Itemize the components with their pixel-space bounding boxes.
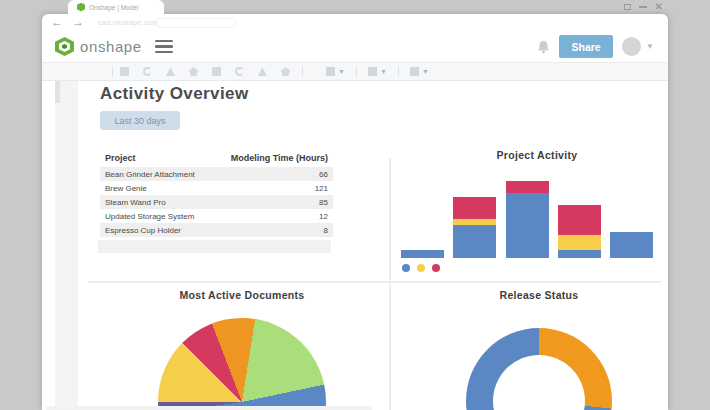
- hamburger-bar: [155, 40, 173, 43]
- bar-segment-blue: [558, 250, 601, 258]
- chevron-down-icon: ▼: [338, 68, 345, 75]
- bar: [401, 250, 444, 258]
- maximize-icon[interactable]: [624, 4, 631, 10]
- tab-title: Onshape | Model: [89, 4, 138, 11]
- toolbar-divider: [302, 66, 303, 77]
- toolbar-dropdown[interactable]: ▼: [406, 67, 433, 76]
- search-field[interactable]: [155, 18, 237, 28]
- chevron-down-icon[interactable]: ▼: [646, 42, 654, 51]
- bar-segment-red: [453, 197, 496, 219]
- table-header-row: Project Modeling Time (Hours): [100, 150, 333, 167]
- bar: [453, 197, 496, 258]
- share-button[interactable]: Share: [559, 35, 613, 58]
- table-row: Espresso Cup Holder8: [100, 223, 333, 237]
- chevron-down-icon: ▼: [380, 68, 387, 75]
- legend-dot-red: [432, 264, 440, 272]
- hamburger-bar: [155, 51, 173, 54]
- tool-icon: [410, 67, 419, 76]
- project-cell: Brew Genie: [100, 181, 217, 195]
- quadrant-vertical-divider: [389, 158, 391, 410]
- triangle-tool-icon[interactable]: [258, 67, 267, 76]
- bar-segment-red: [506, 181, 549, 193]
- bar: [506, 181, 549, 258]
- pentagon-tool-icon[interactable]: [281, 67, 290, 76]
- arc-tool-icon[interactable]: [235, 67, 244, 76]
- notifications-bell-icon[interactable]: [537, 40, 550, 54]
- forward-icon[interactable]: →: [72, 14, 84, 31]
- hours-cell: 121: [217, 181, 334, 195]
- hours-cell: 8: [217, 223, 334, 237]
- app-header: onshape Share ▼: [42, 31, 668, 62]
- tool-icon: [326, 67, 335, 76]
- hamburger-bar: [155, 45, 173, 48]
- browser-nav-bar: ← → cad.onshape.com: [42, 14, 668, 31]
- bar-segment-blue: [453, 225, 496, 258]
- hamburger-menu-icon[interactable]: [155, 40, 173, 54]
- hours-cell: 12: [217, 209, 334, 223]
- donut-chart: [466, 328, 612, 410]
- chevron-down-icon: ▼: [422, 68, 429, 75]
- onshape-favicon-icon: [77, 3, 85, 12]
- donut-chart-title: Release Status: [399, 289, 679, 301]
- toolbar-divider: [356, 66, 357, 77]
- bar-segment-blue: [401, 250, 444, 258]
- toolbar-dropdown-group: ▼▼▼: [322, 66, 433, 77]
- project-cell: Steam Wand Pro: [100, 195, 217, 209]
- scrolled-content-edge: [46, 406, 372, 410]
- square-tool-icon[interactable]: [212, 67, 221, 76]
- bar-segment-red: [558, 205, 601, 235]
- bar-segment-yellow: [558, 235, 601, 250]
- placeholder-row: [98, 240, 331, 253]
- tool-icon: [368, 67, 377, 76]
- project-cell: Updated Storage System: [100, 209, 217, 223]
- sketch-toolbar: ▼▼▼: [42, 62, 668, 81]
- toolbar-dropdown[interactable]: ▼: [322, 67, 349, 76]
- minimize-icon[interactable]: [639, 6, 647, 8]
- bar-chart-title: Project Activity: [402, 149, 672, 161]
- close-icon[interactable]: ✕: [655, 3, 663, 11]
- donut-hole: [493, 355, 585, 410]
- browser-window: Onshape | Model ← → cad.onshape.com onsh…: [42, 14, 668, 410]
- triangle-tool-icon[interactable]: [166, 67, 175, 76]
- left-panel-strip: [55, 81, 78, 410]
- scrollbar-thumb[interactable]: [55, 81, 60, 103]
- browser-tab[interactable]: Onshape | Model: [68, 0, 164, 14]
- table-row: Updated Storage System12: [100, 209, 333, 223]
- square-tool-icon[interactable]: [120, 67, 129, 76]
- table-row: Brew Genie121: [100, 181, 333, 195]
- avatar[interactable]: [622, 37, 641, 56]
- window-controls: ✕: [624, 3, 663, 11]
- header-right: Share ▼: [537, 31, 654, 62]
- project-cell: Bean Grinder Attachment: [100, 167, 217, 181]
- toolbar-dropdown[interactable]: ▼: [364, 67, 391, 76]
- hours-cell: 66: [217, 167, 334, 181]
- toolbar-divider: [112, 66, 113, 77]
- toolbar-icon-group: [120, 67, 290, 76]
- column-header-hours: Modeling Time (Hours): [217, 150, 334, 167]
- pie-chart-title: Most Active Documents: [102, 289, 382, 301]
- hours-cell: 85: [217, 195, 334, 209]
- toolbar-divider: [398, 66, 399, 77]
- bar-chart-legend: [402, 264, 440, 272]
- onshape-logo-icon: [55, 37, 74, 56]
- table-row: Steam Wand Pro85: [100, 195, 333, 209]
- bar-segment-blue: [506, 193, 549, 258]
- legend-dot-blue: [402, 264, 410, 272]
- back-icon[interactable]: ←: [51, 14, 63, 31]
- bar-segment-blue: [610, 232, 653, 258]
- bar-chart-plot: [401, 164, 653, 258]
- bar: [558, 205, 601, 258]
- pentagon-tool-icon[interactable]: [189, 67, 198, 76]
- project-table-body: Bean Grinder Attachment66Brew Genie121St…: [100, 167, 333, 237]
- url-text[interactable]: cad.onshape.com: [98, 19, 158, 26]
- brand-name: onshape: [80, 38, 142, 55]
- table-head: Project Modeling Time (Hours): [100, 150, 333, 167]
- legend-dot-yellow: [417, 264, 425, 272]
- table-row: Bean Grinder Attachment66: [100, 167, 333, 181]
- quadrant-horizontal-divider: [88, 281, 661, 283]
- project-hours-table: Project Modeling Time (Hours) Bean Grind…: [100, 150, 333, 237]
- project-cell: Espresso Cup Holder: [100, 223, 217, 237]
- bar: [610, 232, 653, 258]
- date-range-filter-button[interactable]: Last 30 days: [100, 111, 180, 130]
- arc-tool-icon[interactable]: [143, 67, 152, 76]
